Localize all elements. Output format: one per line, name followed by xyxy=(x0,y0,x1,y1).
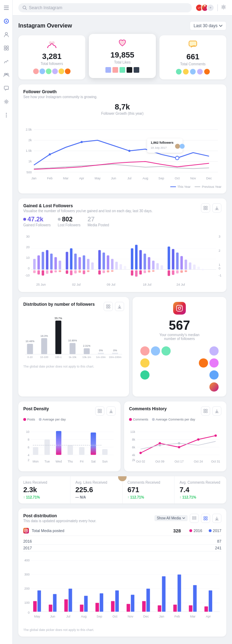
metric-avg-comments-label: Avg. Comments Received xyxy=(179,481,221,484)
svg-rect-230 xyxy=(193,518,196,519)
svg-text:10k-1m: 10k-1m xyxy=(83,356,91,359)
svg-text:Sun: Sun xyxy=(102,460,108,463)
sidebar-item-profile[interactable] xyxy=(3,31,10,38)
gained-stats-row: 47.2k Gained Followers 802 Lost Follower… xyxy=(23,216,221,227)
svg-rect-109 xyxy=(115,262,118,269)
svg-rect-192 xyxy=(68,445,73,455)
dist-value-2017: 241 xyxy=(215,546,221,550)
svg-text:Oct 31: Oct 31 xyxy=(211,460,220,463)
svg-point-220 xyxy=(197,439,200,441)
svg-rect-1 xyxy=(4,7,9,8)
svg-text:Nov: Nov xyxy=(190,177,196,180)
svg-text:Jun: Jun xyxy=(111,177,116,180)
svg-point-221 xyxy=(214,435,217,437)
download-comments[interactable] xyxy=(212,406,221,416)
svg-rect-155 xyxy=(98,353,104,354)
svg-rect-57 xyxy=(206,206,207,208)
svg-rect-2 xyxy=(4,9,9,10)
grid-comments[interactable] xyxy=(201,406,210,416)
svg-rect-121 xyxy=(148,270,150,272)
svg-rect-265 xyxy=(158,606,161,612)
svg-rect-272 xyxy=(209,591,212,612)
settings-button[interactable] xyxy=(221,4,226,11)
sidebar-menu-icon[interactable] xyxy=(3,4,10,11)
page-title: Instagram Overview xyxy=(18,23,72,29)
svg-text:Apr: Apr xyxy=(79,177,84,180)
svg-rect-122 xyxy=(152,261,154,269)
download-dist[interactable] xyxy=(115,302,124,311)
post-dist-footnote: The global date picker does not apply to… xyxy=(23,628,221,632)
sidebar-item-settings[interactable] xyxy=(3,98,10,105)
list-view-dist[interactable] xyxy=(190,514,199,523)
post-dist-title: Post distribution xyxy=(23,513,96,518)
svg-rect-81 xyxy=(46,270,48,274)
svg-rect-236 xyxy=(25,529,28,532)
svg-rect-118 xyxy=(144,254,146,269)
followers-icon xyxy=(47,40,57,50)
svg-rect-150 xyxy=(27,344,33,354)
gained-lost-subtitle: Visualise the number of followers you've… xyxy=(23,209,153,213)
grid-density[interactable] xyxy=(95,406,104,416)
svg-text:-1: -1 xyxy=(219,274,221,277)
grid-view-dist2[interactable] xyxy=(201,514,210,523)
metric-avg-likes-value: 225.6 xyxy=(75,486,117,494)
download-density[interactable] xyxy=(106,406,116,416)
dist-year-2017: 2017 xyxy=(23,546,32,550)
svg-text:May: May xyxy=(34,615,41,618)
dist-row-2016: 2016 87 xyxy=(23,538,221,545)
svg-rect-251 xyxy=(49,605,52,612)
svg-rect-268 xyxy=(178,574,181,612)
year-2016-legend: 2016 xyxy=(189,529,202,533)
sidebar-item-posts[interactable] xyxy=(3,44,10,52)
svg-rect-139 xyxy=(202,269,204,270)
svg-rect-145 xyxy=(106,305,108,306)
svg-rect-194 xyxy=(91,433,96,455)
svg-rect-263 xyxy=(142,601,146,612)
metric-avg-comments-change: ↑ 112.71% xyxy=(179,495,221,499)
svg-text:1,862 followers: 1,862 followers xyxy=(151,141,173,144)
metric-avg-comments-value: 7.4 xyxy=(179,486,221,494)
svg-rect-191 xyxy=(56,431,61,455)
metric-likes-change: ↑ 112.71% xyxy=(23,495,65,499)
legend-prev-year: Previous Year xyxy=(195,185,221,189)
svg-rect-126 xyxy=(167,246,170,269)
metric-avg-likes-change: — N/A xyxy=(75,495,117,499)
download-post-dist[interactable] xyxy=(212,514,221,523)
sidebar-item-more[interactable] xyxy=(3,112,10,119)
search-box[interactable]: Search Instagram xyxy=(18,3,192,12)
svg-text:Oct 02: Oct 02 xyxy=(136,460,145,463)
svg-rect-133 xyxy=(181,270,183,273)
svg-rect-87 xyxy=(59,270,61,272)
date-filter-button[interactable]: Last 30 days xyxy=(190,21,226,30)
svg-rect-154 xyxy=(84,348,90,354)
sidebar-item-comments[interactable] xyxy=(3,85,10,92)
svg-text:4: 4 xyxy=(28,453,30,457)
svg-rect-108 xyxy=(111,270,114,272)
post-density-chart: 10 8 6 4 2 xyxy=(23,424,116,466)
download-button-gained[interactable] xyxy=(212,203,221,213)
show-all-media-filter[interactable]: Show All Media xyxy=(154,515,188,521)
svg-text:2: 2 xyxy=(28,458,30,462)
content-area: Instagram Overview Last 30 days 3,281 To… xyxy=(13,16,232,644)
sidebar-item-audience[interactable] xyxy=(3,71,10,78)
svg-rect-8 xyxy=(4,48,6,50)
lost-dot xyxy=(58,218,61,221)
grid-view-dist[interactable] xyxy=(104,302,113,311)
follower-growth-value: 8,7k xyxy=(23,102,221,112)
instagram-icon xyxy=(23,528,29,533)
follower-growth-stat: 8,7k Follower Growth (this year) xyxy=(23,102,221,115)
follower-growth-header: Follower Growth See how your Instagram c… xyxy=(23,89,97,99)
post-dist-controls: Show All Media xyxy=(154,514,221,523)
gained-lost-card: Gained & Lost Followers Visualise the nu… xyxy=(18,198,226,292)
svg-rect-97 xyxy=(83,270,85,274)
follower-growth-title: Follower Growth xyxy=(23,89,97,94)
sidebar-item-overview[interactable] xyxy=(3,18,10,25)
svg-rect-115 xyxy=(135,270,138,276)
grid-view-button[interactable] xyxy=(201,203,210,213)
svg-rect-205 xyxy=(204,411,205,413)
sidebar-item-analytics[interactable] xyxy=(3,58,10,65)
avatar-plus[interactable]: + xyxy=(207,4,214,12)
density-history-row: Post Density Posts Average per day xyxy=(18,401,226,471)
svg-rect-137 xyxy=(193,264,196,269)
svg-text:2k: 2k xyxy=(132,458,135,462)
